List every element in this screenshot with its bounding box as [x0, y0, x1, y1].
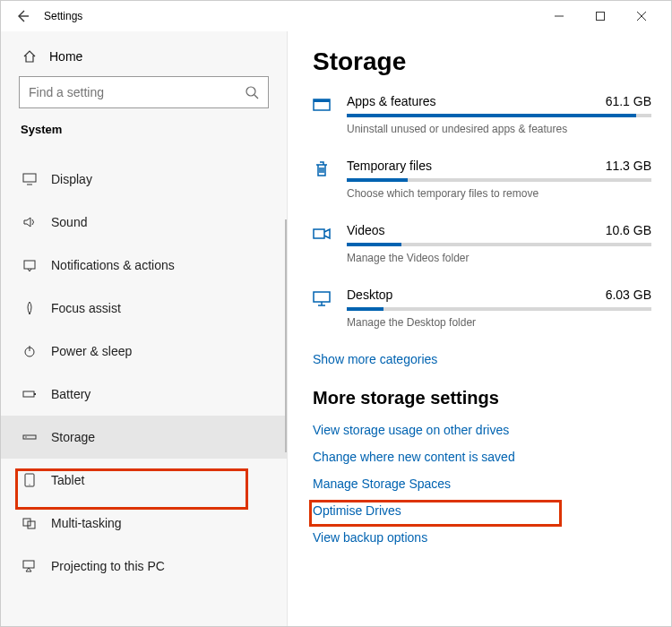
storage-icon — [22, 430, 37, 444]
apps-icon — [313, 94, 332, 135]
storage-bar — [347, 243, 651, 246]
category-sub: Choose which temporary files to remove — [347, 187, 651, 200]
sidebar-item-label: Battery — [51, 387, 90, 401]
search-icon — [245, 85, 259, 99]
maximize-button[interactable] — [580, 4, 621, 29]
notifications-icon — [22, 258, 37, 272]
sidebar-item-storage[interactable]: Storage — [1, 416, 287, 459]
back-button[interactable] — [10, 4, 35, 29]
storage-category-temp[interactable]: Temporary files11.3 GB Choose which temp… — [313, 159, 651, 200]
sidebar-item-tablet[interactable]: Tablet — [1, 459, 287, 502]
search-input[interactable] — [29, 85, 245, 99]
sidebar-item-power-sleep[interactable]: Power & sleep — [1, 330, 287, 373]
svg-point-16 — [29, 484, 30, 485]
minimize-button[interactable] — [538, 4, 580, 29]
svg-rect-23 — [314, 292, 330, 302]
category-name: Videos — [347, 223, 385, 237]
sidebar-item-label: Sound — [51, 215, 87, 229]
svg-rect-21 — [314, 99, 330, 102]
sidebar-item-focus-assist[interactable]: Focus assist — [1, 287, 287, 330]
svg-rect-6 — [23, 174, 36, 182]
arrow-left-icon — [15, 9, 30, 23]
display-icon — [22, 172, 37, 186]
svg-rect-19 — [23, 561, 34, 568]
main-content: Storage Apps & features61.1 GB Uninstall… — [288, 31, 671, 626]
sidebar-item-projecting[interactable]: Projecting to this PC — [1, 545, 287, 588]
maximize-icon — [596, 12, 605, 21]
svg-point-4 — [246, 87, 255, 96]
sidebar-item-multitasking[interactable]: Multi-tasking — [1, 502, 287, 545]
desktop-icon — [313, 288, 332, 329]
category-size: 61.1 GB — [606, 94, 651, 108]
svg-rect-8 — [24, 261, 35, 269]
storage-category-apps[interactable]: Apps & features61.1 GB Uninstall unused … — [313, 94, 651, 135]
sidebar-item-label: Display — [51, 172, 92, 186]
sidebar-item-label: Projecting to this PC — [51, 559, 165, 573]
svg-point-14 — [25, 436, 26, 437]
category-name: Temporary files — [347, 159, 432, 173]
show-more-categories-link[interactable]: Show more categories — [313, 352, 651, 366]
category-name: Desktop — [347, 288, 392, 302]
link-manage-storage-spaces[interactable]: Manage Storage Spaces — [313, 477, 651, 491]
link-view-backup-options[interactable]: View backup options — [313, 530, 651, 545]
sidebar-item-label: Storage — [51, 430, 95, 444]
page-title: Storage — [313, 47, 651, 76]
link-optimise-drives[interactable]: Optimise Drives — [313, 503, 651, 518]
multitasking-icon — [22, 516, 37, 530]
svg-rect-11 — [23, 391, 34, 397]
link-change-save-location[interactable]: Change where new content is saved — [313, 450, 651, 464]
settings-window: Settings Home System Display — [0, 0, 672, 627]
svg-rect-17 — [23, 519, 30, 526]
link-view-usage-other-drives[interactable]: View storage usage on other drives — [313, 423, 651, 437]
svg-rect-22 — [314, 229, 324, 238]
minimize-icon — [555, 12, 564, 21]
category-name: Apps & features — [347, 94, 436, 108]
battery-icon — [22, 387, 37, 401]
window-title: Settings — [44, 10, 82, 22]
tablet-icon — [22, 473, 37, 487]
sidebar-item-sound[interactable]: Sound — [1, 201, 287, 244]
projecting-icon — [22, 559, 37, 573]
sidebar-list: Display Sound Notifications & actions Fo… — [1, 158, 287, 588]
svg-rect-13 — [23, 435, 36, 439]
sidebar-home-label: Home — [49, 49, 82, 64]
category-sub: Uninstall unused or undesired apps & fea… — [347, 123, 651, 135]
sidebar-item-label: Tablet — [51, 473, 84, 487]
sidebar-section-label: System — [1, 123, 287, 145]
category-size: 10.6 GB — [606, 223, 651, 237]
search-box[interactable] — [19, 76, 269, 108]
sidebar-item-label: Multi-tasking — [51, 516, 122, 530]
svg-rect-1 — [597, 13, 605, 21]
sidebar-item-battery[interactable]: Battery — [1, 373, 287, 416]
video-icon — [313, 223, 332, 264]
titlebar: Settings — [1, 1, 671, 31]
category-size: 6.03 GB — [606, 288, 651, 302]
sound-icon — [22, 215, 37, 229]
storage-bar — [347, 178, 651, 182]
storage-bar — [347, 114, 651, 117]
sidebar-item-display[interactable]: Display — [1, 158, 287, 201]
home-icon — [22, 49, 37, 64]
trash-icon — [313, 159, 332, 200]
focus-assist-icon — [22, 301, 37, 315]
sidebar-item-notifications[interactable]: Notifications & actions — [1, 244, 287, 287]
svg-rect-12 — [34, 393, 36, 395]
svg-line-5 — [254, 95, 258, 99]
sidebar: Home System Display Sound Notifications — [1, 31, 288, 626]
sidebar-item-label: Power & sleep — [51, 344, 132, 358]
sidebar-home[interactable]: Home — [1, 44, 287, 76]
sidebar-scrollbar[interactable] — [285, 219, 287, 452]
storage-category-desktop[interactable]: Desktop6.03 GB Manage the Desktop folder — [313, 288, 651, 329]
sidebar-item-label: Focus assist — [51, 301, 121, 315]
more-storage-heading: More storage settings — [313, 388, 651, 408]
close-icon — [637, 12, 646, 21]
storage-category-videos[interactable]: Videos10.6 GB Manage the Videos folder — [313, 223, 651, 264]
power-icon — [22, 344, 37, 358]
category-sub: Manage the Desktop folder — [347, 316, 651, 329]
category-size: 11.3 GB — [606, 159, 651, 173]
sidebar-item-label: Notifications & actions — [51, 258, 175, 272]
category-sub: Manage the Videos folder — [347, 252, 651, 264]
svg-rect-18 — [28, 521, 35, 528]
close-button[interactable] — [621, 4, 662, 29]
storage-bar — [347, 307, 651, 311]
